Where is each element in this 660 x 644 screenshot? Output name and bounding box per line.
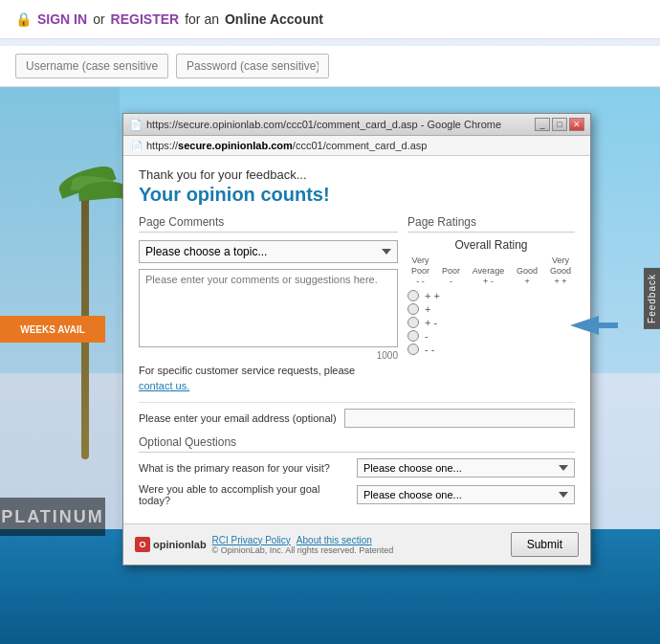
or-text: or [93,11,104,27]
address-bar: 📄 https://secure.opinionlab.com/ccc01/co… [123,136,590,156]
opinion-counts-text: Your opinion counts! [139,184,575,206]
platinum-badge: PLATINUM [0,498,105,536]
url-text: https://secure.opinionlab.com/ccc01/comm… [146,140,427,151]
radio-label-2: + [425,303,430,315]
radio-row-2: + [407,303,575,315]
email-section: Please enter your email address (optiona… [139,402,575,428]
question-1-row: What is the primary reason for your visi… [139,458,575,477]
svg-marker-0 [570,316,618,335]
online-account-text: Online Account [225,11,323,27]
question-1-label: What is the primary reason for your visi… [139,462,349,474]
very-good-label: VeryGood+ + [550,255,571,286]
weeks-available-badge: WEEKS AVAIL [0,316,105,343]
radio-row-1: + + [407,290,575,301]
contact-link[interactable]: contact us. [139,380,189,391]
email-label: Please enter your email address (optiona… [139,412,337,424]
two-col-layout: Page Comments Please choose a topic... 1… [139,215,575,392]
modal-content: Thank you for your feedback... Your opin… [123,156,590,523]
radio-rows: + + + + - - [407,290,575,355]
opinionlab-logo: O opinionlab [135,537,207,552]
very-poor-label: VeryPoor- - [411,255,429,286]
radio-label-3: + - [425,317,437,328]
lock-icon: 🔒 [15,11,32,27]
char-count: 1000 [139,350,398,361]
page-comments-header: Page Comments [139,215,398,233]
radio-label-5: - - [425,344,434,355]
radio-1[interactable] [407,290,419,301]
footer-left: O opinionlab RCI Privacy Policy About th… [135,535,393,555]
maximize-button[interactable]: □ [552,118,567,131]
rating-labels-row: VeryPoor- - Poor- Average+ - Good+ VeryG… [407,255,575,286]
radio-row-4: - [407,330,575,342]
question-2-label: Were you able to accomplish your goal to… [139,483,349,506]
chrome-titlebar: 📄 https://secure.opinionlab.com/ccc01/co… [123,114,590,136]
minimize-button[interactable]: _ [535,118,550,131]
chrome-controls: _ □ ✕ [535,118,584,131]
radio-label-4: - [425,330,429,342]
service-note: For specific customer service requests, … [139,365,398,376]
chrome-title: https://secure.opinionlab.com/ccc01/comm… [146,119,535,130]
for-an-text: for an [185,11,219,27]
feedback-tab[interactable]: Feedback [644,268,660,329]
question-2-select[interactable]: Please choose one... [357,485,575,504]
comments-textarea[interactable] [139,269,398,347]
radio-2[interactable] [407,303,419,315]
modal-footer: O opinionlab RCI Privacy Policy About th… [123,523,590,565]
sign-in-link[interactable]: SIGN IN [37,11,87,27]
about-link[interactable]: About this section [297,535,372,545]
right-column: Page Ratings Overall Rating VeryPoor- - … [407,215,575,392]
register-link[interactable]: REGISTER [111,11,180,27]
submit-button[interactable]: Submit [511,532,579,557]
radio-5[interactable] [407,344,419,355]
logo-text: opinionlab [153,539,207,550]
radio-label-1: + + [425,290,440,301]
radio-row-5: - - [407,344,575,355]
question-1-select[interactable]: Please choose one... [357,458,575,477]
footer-link-row: RCI Privacy Policy About this section [212,535,394,545]
login-row [0,46,660,87]
top-bar: 🔒 SIGN IN or REGISTER for an Online Acco… [0,0,660,39]
radio-3[interactable] [407,317,419,328]
footer-copyright: © OpinionLab, Inc. All rights reserved. … [212,545,394,555]
overall-rating-title: Overall Rating [407,238,575,252]
privacy-link[interactable]: RCI Privacy Policy [212,535,291,545]
email-input[interactable] [344,409,575,428]
password-input[interactable] [176,54,329,78]
average-label: Average+ - [473,266,504,287]
arrow-annotation [570,316,618,338]
thank-you-text: Thank you for your feedback... [139,167,575,182]
footer-links: RCI Privacy Policy About this section © … [212,535,394,555]
question-2-row: Were you able to accomplish your goal to… [139,483,575,506]
optional-questions-header: Optional Questions [139,435,575,453]
poor-label: Poor- [442,266,460,287]
left-column: Page Comments Please choose a topic... 1… [139,215,398,392]
chrome-window: 📄 https://secure.opinionlab.com/ccc01/co… [122,113,591,566]
username-input[interactable] [15,54,168,78]
topic-select[interactable]: Please choose a topic... [139,240,398,263]
radio-row-3: + - [407,317,575,328]
page-icon: 📄 [131,141,143,151]
close-button[interactable]: ✕ [569,118,584,131]
page-ratings-header: Page Ratings [407,215,575,233]
good-label: Good+ [517,266,538,287]
logo-box: O [135,537,150,552]
radio-4[interactable] [407,330,419,342]
